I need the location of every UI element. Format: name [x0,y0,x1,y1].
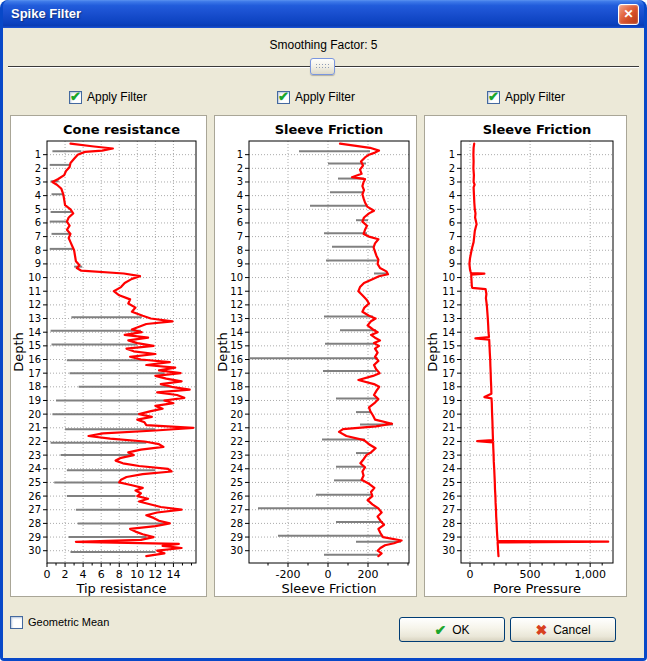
svg-text:6: 6 [449,217,455,228]
svg-text:27: 27 [28,504,41,515]
apply-filter-checkbox-2[interactable]: ✔ Apply Filter [277,90,355,104]
svg-text:200: 200 [358,568,379,581]
geometric-mean-checkbox[interactable]: Geometric Mean [10,615,109,629]
svg-text:15: 15 [230,340,243,351]
svg-text:7: 7 [449,231,455,242]
svg-text:6: 6 [237,217,243,228]
svg-text:26: 26 [442,491,455,502]
checkbox-box[interactable]: ✔ [69,91,82,104]
smoothing-slider-thumb[interactable] [310,58,335,75]
svg-text:0: 0 [44,568,51,581]
svg-text:16: 16 [442,354,455,365]
svg-text:17: 17 [442,368,455,379]
apply-filter-label: Apply Filter [87,90,147,104]
svg-text:19: 19 [442,395,455,406]
svg-text:12: 12 [230,299,243,310]
svg-text:14: 14 [442,327,455,338]
svg-text:20: 20 [442,409,455,420]
svg-text:0: 0 [467,568,474,581]
checkbox-box[interactable]: ✔ [277,91,290,104]
svg-text:5: 5 [449,204,455,215]
apply-filter-label: Apply Filter [505,90,565,104]
svg-text:8: 8 [116,568,123,581]
close-button[interactable]: ✕ [618,4,639,25]
svg-text:25: 25 [230,477,243,488]
check-icon: ✔ [278,89,289,104]
svg-text:6: 6 [98,568,105,581]
svg-text:2: 2 [237,163,243,174]
svg-text:23: 23 [28,450,41,461]
svg-text:500: 500 [520,568,541,581]
svg-text:Pore Pressure: Pore Pressure [493,581,581,596]
chart-canvas: 1234567891011121314151617181920212223242… [11,116,206,596]
svg-text:11: 11 [442,286,455,297]
svg-text:18: 18 [28,381,41,392]
svg-text:16: 16 [230,354,243,365]
checkbox-box[interactable]: ✔ [487,91,500,104]
svg-text:30: 30 [442,545,455,556]
svg-text:20: 20 [28,409,41,420]
svg-text:17: 17 [28,368,41,379]
svg-text:5: 5 [237,204,243,215]
svg-text:16: 16 [28,354,41,365]
svg-text:5: 5 [35,204,41,215]
svg-text:17: 17 [230,368,243,379]
svg-text:6: 6 [35,217,41,228]
svg-text:2: 2 [35,163,41,174]
svg-text:26: 26 [28,491,41,502]
titlebar: Spike Filter ✕ [3,0,644,28]
apply-filter-label: Apply Filter [295,90,355,104]
chart-panel-sleeve-friction: Sleeve Friction 123456789101112131415161… [214,115,417,597]
svg-text:2: 2 [62,568,69,581]
chart-canvas: 1234567891011121314151617181920212223242… [215,116,416,596]
svg-text:21: 21 [230,422,243,433]
svg-text:4: 4 [35,190,41,201]
svg-text:23: 23 [442,450,455,461]
svg-text:4: 4 [80,568,87,581]
svg-text:29: 29 [442,532,455,543]
svg-text:24: 24 [28,463,41,474]
svg-text:27: 27 [230,504,243,515]
svg-text:Depth: Depth [215,332,230,372]
svg-text:4: 4 [449,190,455,201]
svg-text:9: 9 [237,258,243,269]
svg-text:Depth: Depth [425,332,440,372]
apply-filter-checkbox-1[interactable]: ✔ Apply Filter [69,90,147,104]
svg-text:22: 22 [28,436,41,447]
svg-text:8: 8 [449,245,455,256]
svg-text:12: 12 [148,568,162,581]
svg-text:1: 1 [237,149,243,160]
checkbox-box[interactable] [10,616,23,629]
svg-text:Sleeve Friction: Sleeve Friction [281,581,376,596]
svg-text:15: 15 [28,340,41,351]
svg-text:1: 1 [449,149,455,160]
dialog-content: Smoothing Factor: 5 ✔ Apply Filter ✔ App… [3,28,644,658]
svg-text:Tip resistance: Tip resistance [75,581,166,596]
svg-text:29: 29 [28,532,41,543]
check-icon: ✔ [70,89,81,104]
svg-text:25: 25 [28,477,41,488]
svg-text:7: 7 [237,231,243,242]
svg-text:4: 4 [237,190,243,201]
svg-text:12: 12 [28,299,41,310]
svg-text:7: 7 [35,231,41,242]
svg-text:10: 10 [230,272,243,283]
svg-text:19: 19 [28,395,41,406]
svg-text:24: 24 [442,463,455,474]
svg-text:3: 3 [449,176,455,187]
svg-text:-200: -200 [276,568,301,581]
svg-text:2: 2 [449,163,455,174]
ok-button[interactable]: ✔ OK [399,617,505,642]
svg-text:28: 28 [442,518,455,529]
svg-text:3: 3 [35,176,41,187]
svg-text:9: 9 [35,258,41,269]
apply-filter-checkbox-3[interactable]: ✔ Apply Filter [487,90,565,104]
svg-text:14: 14 [230,327,243,338]
chart-panel-pore-pressure: Sleeve Friction 123456789101112131415161… [424,115,627,597]
cancel-x-icon: ✖ [535,623,547,637]
check-icon: ✔ [488,89,499,104]
svg-text:13: 13 [230,313,243,324]
svg-text:28: 28 [28,518,41,529]
cancel-button[interactable]: ✖ Cancel [510,617,616,642]
close-icon: ✕ [623,7,633,21]
